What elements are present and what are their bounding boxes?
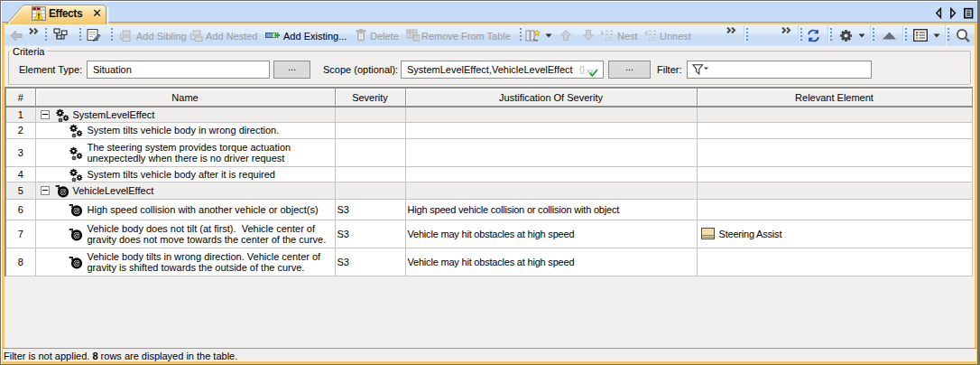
svg-text:{}: {} [579, 65, 585, 74]
svg-text:1.3.1: 1.3.1 [648, 36, 657, 42]
svg-text:1.3.1: 1.3.1 [605, 36, 614, 42]
